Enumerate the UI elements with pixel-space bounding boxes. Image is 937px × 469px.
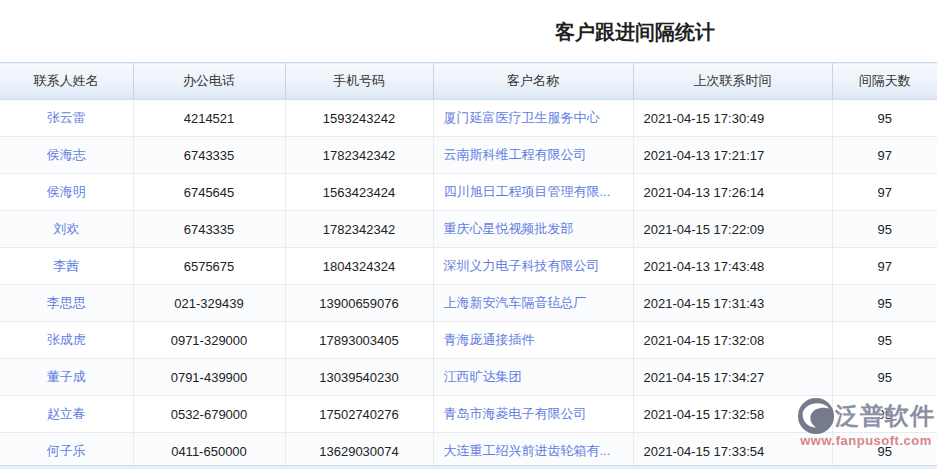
cell-customer-name: 大连重工绍兴前进齿轮箱有... — [433, 433, 633, 469]
table-row: 董子成 0791-439900 13039540230 江西旷达集团 2021-… — [0, 359, 937, 396]
cell-customer-name: 重庆心星悦视频批发部 — [433, 211, 633, 248]
cell-last-contact-time: 2021-04-15 17:33:54 — [633, 433, 832, 469]
customer-name-link[interactable]: 青海庞通接插件 — [444, 332, 535, 347]
cell-mobile: 1563423424 — [285, 174, 433, 211]
col-header-office-phone: 办公电话 — [133, 63, 285, 100]
cell-office-phone: 6575675 — [133, 248, 285, 285]
customer-name-link[interactable]: 大连重工绍兴前进齿轮箱有... — [444, 443, 611, 458]
table-row: 张成虎 0971-329000 17893003405 青海庞通接插件 2021… — [0, 322, 937, 359]
cell-last-contact-time: 2021-04-15 17:34:27 — [633, 359, 832, 396]
cell-contact-name: 赵立春 — [0, 396, 133, 433]
customer-name-link[interactable]: 厦门延富医疗卫生服务中心 — [444, 110, 600, 125]
customer-name-link[interactable]: 深圳义力电子科技有限公司 — [444, 258, 600, 273]
cell-contact-name: 侯海明 — [0, 174, 133, 211]
cell-customer-name: 四川旭日工程项目管理有限... — [433, 174, 633, 211]
contact-name-link[interactable]: 何子乐 — [47, 443, 86, 458]
cell-contact-name: 张成虎 — [0, 322, 133, 359]
col-header-interval-days: 间隔天数 — [832, 63, 937, 100]
customer-name-link[interactable]: 上海新安汽车隔音毡总厂 — [444, 295, 587, 310]
cell-interval-days: 95 — [832, 322, 937, 359]
cell-contact-name: 张云雷 — [0, 100, 133, 137]
cell-customer-name: 云南斯科维工程有限公司 — [433, 137, 633, 174]
cell-mobile: 13900659076 — [285, 285, 433, 322]
col-header-mobile: 手机号码 — [285, 63, 433, 100]
customer-name-link[interactable]: 江西旷达集团 — [444, 369, 522, 384]
cell-contact-name: 董子成 — [0, 359, 133, 396]
cell-last-contact-time: 2021-04-15 17:22:09 — [633, 211, 832, 248]
table-body: 张云雷 4214521 1593243242 厦门延富医疗卫生服务中心 2021… — [0, 100, 937, 469]
cell-interval-days: 95 — [832, 100, 937, 137]
col-header-last-contact-time: 上次联系时间 — [633, 63, 832, 100]
contact-name-link[interactable]: 董子成 — [47, 369, 86, 384]
cell-interval-days: 97 — [832, 248, 937, 285]
contact-name-link[interactable]: 张云雷 — [47, 110, 86, 125]
followup-interval-table: 联系人姓名 办公电话 手机号码 客户名称 上次联系时间 间隔天数 张云雷 421… — [0, 62, 937, 469]
table-header: 联系人姓名 办公电话 手机号码 客户名称 上次联系时间 间隔天数 — [0, 63, 937, 100]
cell-customer-name: 青岛市海菱电子有限公司 — [433, 396, 633, 433]
cell-contact-name: 刘欢 — [0, 211, 133, 248]
table-row: 刘欢 6743335 1782342342 重庆心星悦视频批发部 2021-04… — [0, 211, 937, 248]
contact-name-link[interactable]: 侯海志 — [47, 147, 86, 162]
cell-interval-days: 95 — [832, 396, 937, 433]
cell-interval-days: 95 — [832, 285, 937, 322]
cell-contact-name: 李思思 — [0, 285, 133, 322]
contact-name-link[interactable]: 李思思 — [47, 295, 86, 310]
cell-office-phone: 021-329439 — [133, 285, 285, 322]
cell-last-contact-time: 2021-04-13 17:43:48 — [633, 248, 832, 285]
cell-mobile: 1782342342 — [285, 211, 433, 248]
cell-interval-days: 95 — [832, 211, 937, 248]
cell-last-contact-time: 2021-04-15 17:31:43 — [633, 285, 832, 322]
cell-last-contact-time: 2021-04-15 17:32:08 — [633, 322, 832, 359]
col-header-contact-name: 联系人姓名 — [0, 63, 133, 100]
cell-mobile: 1804324324 — [285, 248, 433, 285]
customer-name-link[interactable]: 重庆心星悦视频批发部 — [444, 221, 574, 236]
page-title: 客户跟进间隔统计 — [555, 19, 715, 46]
cell-mobile: 1593243242 — [285, 100, 433, 137]
table-row: 侯海明 6745645 1563423424 四川旭日工程项目管理有限... 2… — [0, 174, 937, 211]
cell-contact-name: 李茜 — [0, 248, 133, 285]
table-row: 何子乐 0411-650000 13629030074 大连重工绍兴前进齿轮箱有… — [0, 433, 937, 469]
cell-last-contact-time: 2021-04-15 17:32:58 — [633, 396, 832, 433]
table-row: 李思思 021-329439 13900659076 上海新安汽车隔音毡总厂 2… — [0, 285, 937, 322]
cell-customer-name: 江西旷达集团 — [433, 359, 633, 396]
contact-name-link[interactable]: 侯海明 — [47, 184, 86, 199]
cell-mobile: 13039540230 — [285, 359, 433, 396]
cell-office-phone: 6743335 — [133, 137, 285, 174]
cell-mobile: 17893003405 — [285, 322, 433, 359]
cell-office-phone: 0411-650000 — [133, 433, 285, 469]
cell-last-contact-time: 2021-04-13 17:26:14 — [633, 174, 832, 211]
table-row: 赵立春 0532-679000 17502740276 青岛市海菱电子有限公司 … — [0, 396, 937, 433]
cell-last-contact-time: 2021-04-15 17:30:49 — [633, 100, 832, 137]
cell-contact-name: 侯海志 — [0, 137, 133, 174]
cell-office-phone: 6743335 — [133, 211, 285, 248]
cell-customer-name: 厦门延富医疗卫生服务中心 — [433, 100, 633, 137]
cell-office-phone: 0532-679000 — [133, 396, 285, 433]
customer-followup-page: 客户跟进间隔统计 联系人姓名 办公电话 手机号码 客户名称 上次联系时间 间隔天… — [0, 0, 937, 469]
bottom-bar-edge — [0, 465, 937, 469]
customer-name-link[interactable]: 四川旭日工程项目管理有限... — [444, 184, 611, 199]
contact-name-link[interactable]: 刘欢 — [53, 221, 79, 236]
cell-mobile: 17502740276 — [285, 396, 433, 433]
cell-customer-name: 深圳义力电子科技有限公司 — [433, 248, 633, 285]
customer-name-link[interactable]: 云南斯科维工程有限公司 — [444, 147, 587, 162]
cell-customer-name: 上海新安汽车隔音毡总厂 — [433, 285, 633, 322]
cell-office-phone: 0791-439900 — [133, 359, 285, 396]
cell-interval-days: 97 — [832, 174, 937, 211]
table-header-row: 联系人姓名 办公电话 手机号码 客户名称 上次联系时间 间隔天数 — [0, 63, 937, 100]
cell-contact-name: 何子乐 — [0, 433, 133, 469]
cell-office-phone: 4214521 — [133, 100, 285, 137]
contact-name-link[interactable]: 张成虎 — [47, 332, 86, 347]
col-header-customer-name: 客户名称 — [433, 63, 633, 100]
cell-interval-days: 97 — [832, 137, 937, 174]
table-row: 侯海志 6743335 1782342342 云南斯科维工程有限公司 2021-… — [0, 137, 937, 174]
cell-office-phone: 0971-329000 — [133, 322, 285, 359]
contact-name-link[interactable]: 李茜 — [53, 258, 79, 273]
cell-customer-name: 青海庞通接插件 — [433, 322, 633, 359]
customer-name-link[interactable]: 青岛市海菱电子有限公司 — [444, 406, 587, 421]
contact-name-link[interactable]: 赵立春 — [47, 406, 86, 421]
cell-interval-days: 95 — [832, 359, 937, 396]
table-row: 李茜 6575675 1804324324 深圳义力电子科技有限公司 2021-… — [0, 248, 937, 285]
cell-last-contact-time: 2021-04-13 17:21:17 — [633, 137, 832, 174]
cell-mobile: 13629030074 — [285, 433, 433, 469]
cell-interval-days: 95 — [832, 433, 937, 469]
